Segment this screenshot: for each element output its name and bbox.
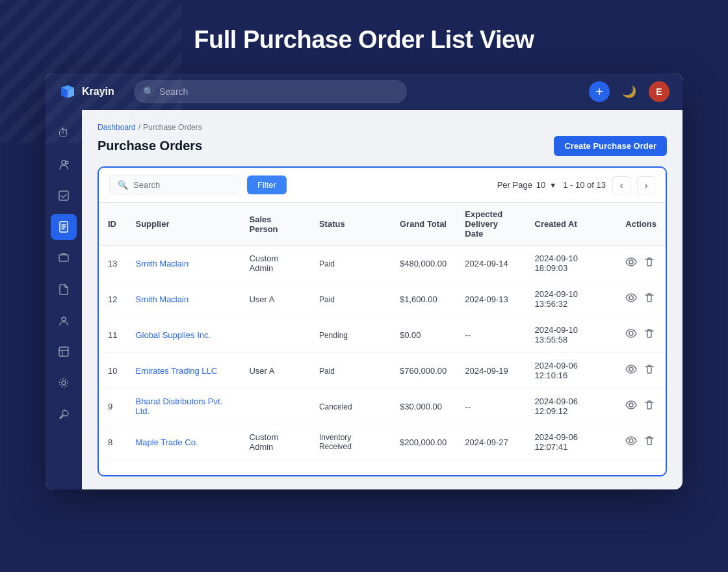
svg-point-9 [629,260,633,264]
breadcrumb: Dashboard / Purchase Orders [98,123,667,132]
cell-sales-person: User A [240,353,309,389]
status-badge: Inventory Received [319,433,382,451]
sidebar-item-contacts[interactable] [51,151,77,177]
cell-created-at: 2024-09-06 12:07:41 [526,424,617,460]
cell-grand-total: $200,000.00 [391,424,456,460]
cell-supplier: Smith Maclain [126,246,240,281]
sidebar-item-users[interactable] [51,307,77,333]
sidebar-item-tasks[interactable] [51,183,77,209]
cell-actions [616,281,666,317]
cell-actions [616,246,666,281]
col-grand-total: Grand Total [391,203,456,246]
delete-icon[interactable] [644,328,655,342]
cell-status: Paid [310,246,391,281]
cell-status: Inventory Received [310,424,391,460]
sidebar-item-inventory[interactable] [51,339,77,365]
user-avatar[interactable]: E [649,81,670,102]
col-actions: Actions [616,203,666,246]
svg-rect-2 [59,191,68,200]
supplier-link[interactable]: Smith Maclain [135,294,188,304]
col-sales-person: Sales Person [240,203,309,246]
table-card: 🔍 Search Filter Per Page 10 ▼ 1 - 10 of … [98,166,667,476]
status-badge: Pending [319,331,348,340]
cell-sales-person: Custom Admin [240,246,309,281]
sidebar-item-documents[interactable] [51,276,77,302]
svg-point-1 [66,161,68,164]
cell-status: Canceled [310,389,391,424]
svg-point-7 [62,381,66,385]
page-header: Purchase Orders Create Purchase Order [98,136,667,156]
view-icon[interactable] [625,435,637,449]
svg-point-0 [62,161,66,164]
cell-expected-delivery: 2024-09-13 [456,281,525,317]
svg-point-11 [629,332,633,335]
sidebar: ⏱ [46,110,82,489]
filter-button[interactable]: Filter [247,176,287,194]
table-row: 11 Global Supplies Inc. Pending $0.00 --… [99,317,666,353]
supplier-link[interactable]: Emirates Trading LLC [135,366,217,376]
table-header-row: ID Supplier Sales Person Status Grand To… [99,203,666,246]
cell-id: 10 [99,353,126,389]
view-icon[interactable] [625,328,637,342]
table-search-bar[interactable]: 🔍 Search [109,176,239,194]
breadcrumb-separator: / [138,123,140,132]
cell-expected-delivery: -- [456,389,525,424]
delete-icon[interactable] [644,292,655,306]
status-badge: Paid [319,295,335,304]
view-icon[interactable] [625,399,637,413]
create-purchase-order-button[interactable]: Create Purchase Order [554,136,667,156]
svg-point-13 [629,403,633,407]
cell-id: 8 [99,424,126,460]
add-button[interactable]: + [589,81,610,102]
delete-icon[interactable] [644,435,655,449]
logo-text: Krayin [82,86,114,98]
view-icon[interactable] [625,256,637,270]
supplier-link[interactable]: Bharat Distributors Pvt. Ltd. [135,396,222,416]
cell-created-at: 2024-09-10 18:09:03 [526,246,617,281]
delete-icon[interactable] [644,399,655,413]
table-row: 9 Bharat Distributors Pvt. Ltd. Canceled… [99,389,666,424]
svg-point-12 [629,367,633,371]
view-icon[interactable] [625,292,637,306]
data-table: ID Supplier Sales Person Status Grand To… [99,203,666,475]
delete-icon[interactable] [644,256,655,270]
cell-sales-person [240,317,309,353]
sidebar-item-settings[interactable] [51,370,77,396]
breadcrumb-home[interactable]: Dashboard [98,123,136,132]
cell-sales-person: User A [240,281,309,317]
cell-actions [616,317,666,353]
per-page-chevron-icon[interactable]: ▼ [549,181,556,189]
per-page-select: Per Page 10 ▼ [497,180,557,190]
sidebar-item-purchase-orders[interactable] [51,214,77,240]
cell-supplier: Global Supplies Inc. [126,317,240,353]
table-search-placeholder: Search [133,180,160,190]
page-title: Purchase Orders [98,138,202,153]
supplier-link[interactable]: Maple Trade Co. [135,437,198,447]
sidebar-item-tools[interactable] [51,401,77,427]
next-page-button[interactable]: › [637,176,655,194]
per-page-value: 10 [536,180,545,190]
theme-toggle[interactable]: 🌙 [619,81,640,102]
pagination-controls: Per Page 10 ▼ 1 - 10 of 13 ‹ › [497,176,655,194]
supplier-link[interactable]: Global Supplies Inc. [135,330,211,340]
table-search-icon: 🔍 [118,180,128,190]
sidebar-item-products[interactable] [51,245,77,271]
sidebar-item-dashboard[interactable]: ⏱ [51,120,77,146]
cell-expected-delivery: -- [456,317,525,353]
col-id: ID [99,203,126,246]
svg-rect-4 [59,255,68,261]
col-expected-delivery: ExpectedDelivery Date [456,203,525,246]
top-nav: Krayin 🔍 Search + 🌙 E [46,73,682,110]
supplier-link[interactable]: Smith Maclain [135,259,188,268]
cell-status: Paid [310,353,391,389]
cell-created-at: 2024-09-10 13:55:58 [526,317,617,353]
content-area: Dashboard / Purchase Orders Purchase Ord… [82,110,682,489]
svg-rect-6 [59,347,68,356]
page-bg-title: Full Purchase Order List View [0,26,728,54]
delete-icon[interactable] [644,363,655,378]
pagination-text: 1 - 10 of 13 [563,180,606,190]
prev-page-button[interactable]: ‹ [612,176,630,194]
global-search-bar[interactable]: 🔍 Search [134,80,407,103]
view-icon[interactable] [625,363,637,378]
cell-status: Pending [310,317,391,353]
